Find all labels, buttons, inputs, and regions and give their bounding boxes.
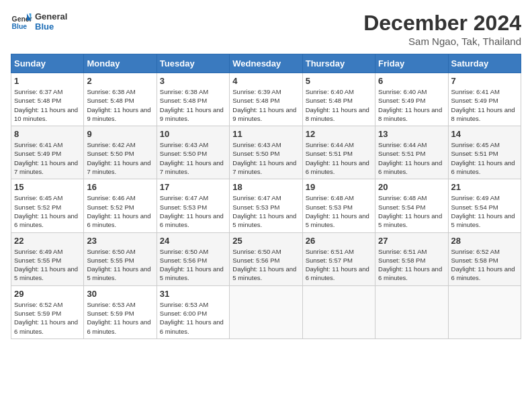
day-number: 31 — [160, 289, 226, 299]
day-number: 5 — [306, 76, 372, 86]
col-sunday: Sunday — [11, 54, 84, 73]
calendar-cell: 1Sunrise: 6:37 AMSunset: 5:48 PMDaylight… — [11, 73, 84, 126]
day-info: Sunrise: 6:52 AMSunset: 5:59 PMDaylight:… — [14, 300, 81, 336]
day-number: 6 — [378, 76, 445, 86]
day-number: 12 — [306, 129, 372, 139]
calendar-week-2: 8Sunrise: 6:41 AMSunset: 5:49 PMDaylight… — [11, 126, 521, 179]
day-info: Sunrise: 6:52 AMSunset: 5:58 PMDaylight:… — [451, 247, 518, 283]
logo: General Blue General Blue — [11, 11, 67, 32]
logo-general: General — [35, 11, 67, 21]
day-info: Sunrise: 6:50 AMSunset: 5:55 PMDaylight:… — [87, 247, 153, 283]
day-info: Sunrise: 6:51 AMSunset: 5:57 PMDaylight:… — [306, 247, 372, 283]
calendar-cell: 5Sunrise: 6:40 AMSunset: 5:48 PMDaylight… — [302, 73, 375, 126]
day-info: Sunrise: 6:46 AMSunset: 5:52 PMDaylight:… — [87, 193, 153, 229]
logo-icon: General Blue — [11, 11, 32, 32]
day-number: 22 — [14, 236, 81, 246]
calendar-cell: 20Sunrise: 6:48 AMSunset: 5:54 PMDayligh… — [375, 179, 448, 232]
day-number: 7 — [451, 76, 518, 86]
day-number: 26 — [306, 236, 372, 246]
calendar-cell: 16Sunrise: 6:46 AMSunset: 5:52 PMDayligh… — [84, 179, 157, 232]
calendar-table: Sunday Monday Tuesday Wednesday Thursday… — [11, 54, 521, 339]
day-info: Sunrise: 6:43 AMSunset: 5:50 PMDaylight:… — [160, 140, 226, 176]
calendar-cell: 18Sunrise: 6:47 AMSunset: 5:53 PMDayligh… — [230, 179, 302, 232]
calendar-cell: 28Sunrise: 6:52 AMSunset: 5:58 PMDayligh… — [448, 232, 521, 285]
calendar-week-5: 29Sunrise: 6:52 AMSunset: 5:59 PMDayligh… — [11, 285, 521, 338]
day-number: 24 — [160, 236, 226, 246]
day-info: Sunrise: 6:37 AMSunset: 5:48 PMDaylight:… — [14, 87, 81, 123]
col-friday: Friday — [375, 54, 448, 73]
day-number: 11 — [232, 129, 299, 139]
day-info: Sunrise: 6:47 AMSunset: 5:53 PMDaylight:… — [232, 193, 299, 229]
day-info: Sunrise: 6:48 AMSunset: 5:54 PMDaylight:… — [378, 193, 445, 229]
day-info: Sunrise: 6:53 AMSunset: 5:59 PMDaylight:… — [87, 300, 153, 336]
day-info: Sunrise: 6:38 AMSunset: 5:48 PMDaylight:… — [160, 87, 226, 123]
calendar-subtitle: Sam Ngao, Tak, Thailand — [363, 36, 521, 47]
day-info: Sunrise: 6:45 AMSunset: 5:52 PMDaylight:… — [14, 193, 81, 229]
col-wednesday: Wednesday — [230, 54, 302, 73]
day-number: 10 — [160, 129, 226, 139]
calendar-cell: 19Sunrise: 6:48 AMSunset: 5:53 PMDayligh… — [302, 179, 375, 232]
day-info: Sunrise: 6:40 AMSunset: 5:48 PMDaylight:… — [306, 87, 372, 123]
col-monday: Monday — [84, 54, 157, 73]
calendar-cell: 7Sunrise: 6:41 AMSunset: 5:49 PMDaylight… — [448, 73, 521, 126]
svg-text:Blue: Blue — [12, 23, 28, 30]
calendar-cell: 14Sunrise: 6:45 AMSunset: 5:51 PMDayligh… — [448, 126, 521, 179]
day-info: Sunrise: 6:43 AMSunset: 5:50 PMDaylight:… — [232, 140, 299, 176]
day-number: 15 — [14, 182, 81, 192]
calendar-cell: 11Sunrise: 6:43 AMSunset: 5:50 PMDayligh… — [230, 126, 302, 179]
day-number: 29 — [14, 289, 81, 299]
day-info: Sunrise: 6:39 AMSunset: 5:48 PMDaylight:… — [232, 87, 299, 123]
calendar-cell: 31Sunrise: 6:53 AMSunset: 6:00 PMDayligh… — [157, 285, 229, 338]
day-info: Sunrise: 6:49 AMSunset: 5:55 PMDaylight:… — [14, 247, 81, 283]
title-block: December 2024 Sam Ngao, Tak, Thailand — [363, 11, 521, 47]
day-number: 20 — [378, 182, 445, 192]
day-info: Sunrise: 6:51 AMSunset: 5:58 PMDaylight:… — [378, 247, 445, 283]
day-number: 18 — [232, 182, 299, 192]
day-info: Sunrise: 6:48 AMSunset: 5:53 PMDaylight:… — [306, 193, 372, 229]
day-info: Sunrise: 6:53 AMSunset: 6:00 PMDaylight:… — [160, 300, 226, 336]
day-info: Sunrise: 6:44 AMSunset: 5:51 PMDaylight:… — [306, 140, 372, 176]
day-info: Sunrise: 6:50 AMSunset: 5:56 PMDaylight:… — [160, 247, 226, 283]
calendar-week-1: 1Sunrise: 6:37 AMSunset: 5:48 PMDaylight… — [11, 73, 521, 126]
calendar-cell: 24Sunrise: 6:50 AMSunset: 5:56 PMDayligh… — [157, 232, 229, 285]
day-info: Sunrise: 6:42 AMSunset: 5:50 PMDaylight:… — [87, 140, 153, 176]
day-number: 13 — [378, 129, 445, 139]
day-number: 27 — [378, 236, 445, 246]
day-number: 8 — [14, 129, 81, 139]
day-info: Sunrise: 6:49 AMSunset: 5:54 PMDaylight:… — [451, 193, 518, 229]
calendar-cell: 30Sunrise: 6:53 AMSunset: 5:59 PMDayligh… — [84, 285, 157, 338]
day-number: 21 — [451, 182, 518, 192]
weekday-header-row: Sunday Monday Tuesday Wednesday Thursday… — [11, 54, 521, 73]
day-info: Sunrise: 6:38 AMSunset: 5:48 PMDaylight:… — [87, 87, 153, 123]
calendar-cell: 29Sunrise: 6:52 AMSunset: 5:59 PMDayligh… — [11, 285, 84, 338]
calendar-title: December 2024 — [363, 11, 521, 36]
calendar-cell: 8Sunrise: 6:41 AMSunset: 5:49 PMDaylight… — [11, 126, 84, 179]
calendar-week-3: 15Sunrise: 6:45 AMSunset: 5:52 PMDayligh… — [11, 179, 521, 232]
day-number: 2 — [87, 76, 153, 86]
col-tuesday: Tuesday — [157, 54, 229, 73]
calendar-cell: 4Sunrise: 6:39 AMSunset: 5:48 PMDaylight… — [230, 73, 302, 126]
day-number: 30 — [87, 289, 153, 299]
calendar-cell: 22Sunrise: 6:49 AMSunset: 5:55 PMDayligh… — [11, 232, 84, 285]
col-saturday: Saturday — [448, 54, 521, 73]
day-number: 25 — [232, 236, 299, 246]
calendar-cell: 27Sunrise: 6:51 AMSunset: 5:58 PMDayligh… — [375, 232, 448, 285]
logo-blue: Blue — [35, 21, 67, 32]
day-number: 14 — [451, 129, 518, 139]
calendar-cell: 10Sunrise: 6:43 AMSunset: 5:50 PMDayligh… — [157, 126, 229, 179]
day-info: Sunrise: 6:41 AMSunset: 5:49 PMDaylight:… — [14, 140, 81, 176]
calendar-cell — [230, 285, 302, 338]
day-info: Sunrise: 6:41 AMSunset: 5:49 PMDaylight:… — [451, 87, 518, 123]
day-info: Sunrise: 6:50 AMSunset: 5:56 PMDaylight:… — [232, 247, 299, 283]
calendar-cell: 6Sunrise: 6:40 AMSunset: 5:49 PMDaylight… — [375, 73, 448, 126]
calendar-cell — [375, 285, 448, 338]
calendar-cell: 9Sunrise: 6:42 AMSunset: 5:50 PMDaylight… — [84, 126, 157, 179]
day-number: 3 — [160, 76, 226, 86]
calendar-cell: 17Sunrise: 6:47 AMSunset: 5:53 PMDayligh… — [157, 179, 229, 232]
day-number: 1 — [14, 76, 81, 86]
day-info: Sunrise: 6:44 AMSunset: 5:51 PMDaylight:… — [378, 140, 445, 176]
calendar-cell: 3Sunrise: 6:38 AMSunset: 5:48 PMDaylight… — [157, 73, 229, 126]
calendar-cell: 21Sunrise: 6:49 AMSunset: 5:54 PMDayligh… — [448, 179, 521, 232]
calendar-cell: 12Sunrise: 6:44 AMSunset: 5:51 PMDayligh… — [302, 126, 375, 179]
day-number: 9 — [87, 129, 153, 139]
